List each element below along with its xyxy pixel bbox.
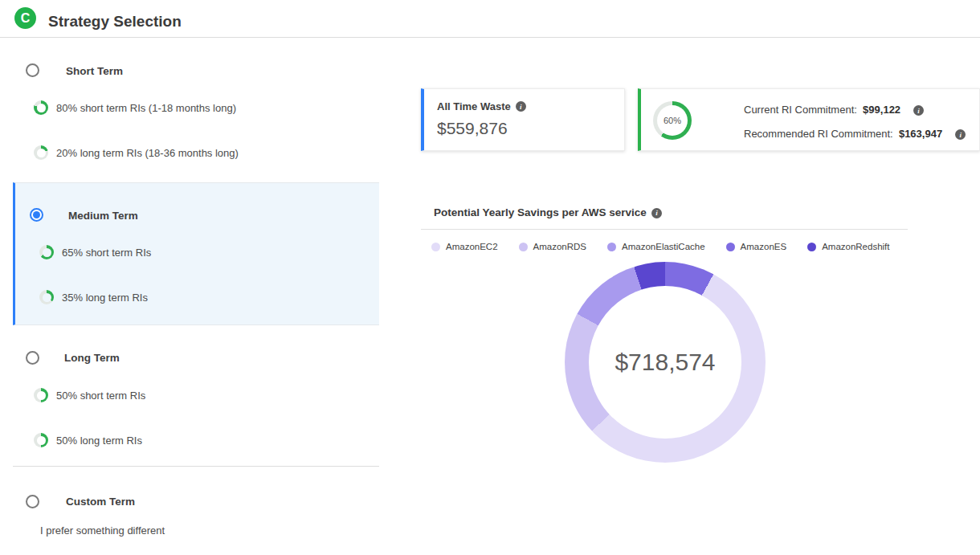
option-label-medium-term[interactable]: Medium Term [68,210,138,222]
legend-dot-icon [807,243,816,251]
sub-item-label: 35% long term RIs [62,292,148,304]
legend-item[interactable]: AmazonElastiCache [607,242,705,251]
chart-legend: AmazonEC2 AmazonRDS AmazonElastiCache Am… [431,242,890,251]
legend-dot-icon [431,243,440,251]
radio-long-term[interactable] [26,351,39,365]
info-icon[interactable] [516,101,526,112]
selected-option-highlight[interactable]: Medium Term 65% short term RIs 35% long … [13,182,379,325]
progress-ring-icon [34,145,48,160]
current-commitment-value: $99,122 [863,104,900,116]
custom-term-note: I prefer something different [40,524,165,537]
donut-ring[interactable]: $718,574 [565,262,766,463]
sub-item-label: 80% short term RIs (1-18 months long) [56,102,236,114]
legend-item[interactable]: AmazonRedshift [807,242,889,251]
sub-item-label: 50% long term RIs [56,435,142,447]
chart-divider [421,229,908,230]
waste-card-value: $559,876 [437,119,611,138]
sub-item-label: 50% short term RIs [56,390,145,402]
legend-dot-icon [607,243,616,251]
sub-item-label: 65% short term RIs [62,247,151,259]
options-divider [13,466,379,467]
radio-custom-term[interactable] [26,495,39,508]
current-commitment-line: Current RI Commitment: $99,122 [744,104,924,116]
all-time-waste-card: All Time Waste $559,876 [421,88,625,151]
commitment-gauge: 60% [653,101,692,140]
legend-item[interactable]: AmazonES [726,242,787,251]
waste-card-title: All Time Waste [437,100,511,112]
info-icon[interactable] [913,105,924,116]
legend-item[interactable]: AmazonEC2 [431,242,498,251]
option-label-long-term[interactable]: Long Term [64,352,120,364]
commitment-gauge-label: 60% [657,105,688,136]
progress-ring-icon [34,433,48,447]
option-label-custom-term[interactable]: Custom Term [66,496,135,508]
progress-ring-icon [39,245,54,259]
legend-item[interactable]: AmazonRDS [519,242,586,251]
header-divider [0,37,980,38]
legend-dot-icon [726,243,735,251]
chart-title: Potential Yearly Savings per AWS service [434,206,662,218]
recommended-commitment-line: Recommended RI Commitment: $163,947 [744,128,966,140]
app-logo-icon: C [14,7,36,29]
option-label-short-term[interactable]: Short Term [66,65,123,77]
radio-medium-term[interactable] [30,208,43,222]
progress-ring-icon [34,100,48,115]
donut-hole: $718,574 [589,286,741,439]
progress-ring-icon [34,388,48,402]
info-icon[interactable] [955,129,966,140]
page-title: Strategy Selection [48,13,182,31]
donut-total-value: $718,574 [615,349,715,376]
progress-ring-icon [39,290,54,304]
recommended-commitment-value: $163,947 [899,128,942,140]
radio-short-term[interactable] [26,63,39,77]
sub-item-label: 20% long term RIs (18-36 months long) [56,147,239,159]
ri-commitment-card: 60% Current RI Commitment: $99,122 Recom… [638,88,980,151]
legend-dot-icon [519,243,528,251]
strategy-selection-page: C Strategy Selection Short Term 80% shor… [0,0,980,555]
info-icon[interactable] [651,208,662,218]
